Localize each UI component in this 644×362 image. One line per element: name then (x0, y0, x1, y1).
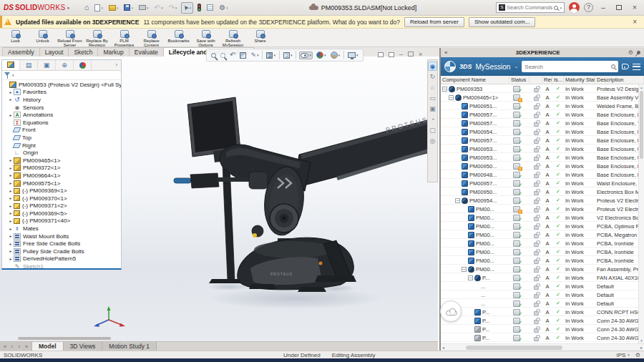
column-component-name[interactable]: Component Name (441, 76, 509, 84)
zoom-fit-button[interactable] (210, 52, 217, 59)
tree-item-pm009369-1[interactable]: ▸(-) PM009369<1> (4, 187, 121, 195)
expand-arrow-icon[interactable]: ▸ (8, 97, 14, 102)
component-row-pm00950[interactable]: PM00950...A✓In WorkElectronics Box M (441, 187, 638, 196)
component-row-pm009465-1[interactable]: −PM009465<1>A✓In WorkBase Assembly V (441, 93, 638, 102)
command-search-input[interactable] (507, 4, 552, 11)
tab-propertymanager[interactable]: ▤ (20, 60, 38, 70)
3dexperience-cloud-fab[interactable] (440, 300, 462, 322)
taskpane-search-icon[interactable]: ◎ (428, 137, 437, 146)
tree-item-pm009465-1[interactable]: ▸PM009465<1> (4, 157, 121, 165)
component-row-pm00948[interactable]: PM00948...A✓In WorkBase Enclosure, F (441, 170, 638, 179)
tab-dimxpertmanager[interactable]: ⊕ (56, 60, 74, 70)
component-row-pm00[interactable]: PM00...A✓In WorkProteus V2 Electr (441, 205, 638, 213)
tree-root-item[interactable]: PM009353 (Proteus V2 Design) <Full Syste… (4, 81, 121, 89)
doc-close-button[interactable]: × (419, 51, 422, 58)
menu-icon[interactable] (633, 64, 640, 70)
tree-item-waist-mount-bolts[interactable]: ▸Waist Mount Bolts (4, 233, 121, 240)
tree-horizontal-scrollbar[interactable] (18, 337, 111, 340)
expand-arrow-icon[interactable]: ▸ (8, 211, 14, 215)
tab-configurationmanager[interactable]: ▣ (38, 60, 56, 70)
expand-arrow-icon[interactable]: ▸ (8, 166, 14, 170)
dismiss-notification-button[interactable]: × (630, 18, 640, 26)
column-maturity-state[interactable]: Maturity State (564, 76, 595, 84)
column-rev[interactable]: Rev (542, 76, 552, 84)
tree-item-history[interactable]: ▸↺History (4, 96, 121, 104)
tree-tabs-more-button[interactable]: › (112, 60, 121, 70)
reload-from-server-button[interactable]: Reload from server (404, 17, 464, 27)
column-lock[interactable] (530, 76, 542, 84)
row-expander-icon[interactable]: − (455, 198, 460, 203)
options-button[interactable]: ⚙▾ (218, 2, 229, 14)
row-expander-icon[interactable]: − (462, 267, 467, 272)
cmd-replace-content-button[interactable]: Replace Content (138, 29, 165, 47)
tree-item-favorites[interactable]: ▸★Favorites (4, 89, 121, 97)
minimize-button[interactable]: – (597, 3, 609, 13)
tree-item-pm009371-2[interactable]: ▸(-) PM009371<2> (4, 202, 121, 210)
tree-item-top[interactable]: Top (4, 134, 121, 142)
component-row-pm009353[interactable]: −PM009353A✓In WorkProteus V2 Desig (441, 84, 638, 93)
cmd-reload-from-server-button[interactable]: Reload From Server (57, 29, 83, 47)
tree-item-right[interactable]: Right (4, 142, 121, 150)
expand-arrow-icon[interactable]: ▸ (8, 189, 14, 193)
ribbon-tab-evaluate[interactable]: Evaluate (129, 47, 164, 57)
tree-item-pm009664-1[interactable]: ▸PM009664<1> (4, 172, 121, 180)
component-row-pm00[interactable]: PM00...A✓In WorkV2 Electronics Bo (441, 213, 638, 222)
component-row-pm00957[interactable]: PM00957...A✓In WorkBase Enclosure, E (441, 136, 638, 145)
filter-funnel-icon[interactable] (4, 72, 11, 79)
expand-arrow-icon[interactable]: ▸ (8, 204, 14, 208)
print-button[interactable]: ▾ (137, 2, 150, 14)
row-expander-icon[interactable]: − (442, 87, 447, 92)
cmd-replace-by-revision-button[interactable]: Replace By Revision (84, 29, 110, 47)
doc-restore-button[interactable] (408, 51, 414, 58)
tab-featuremanager[interactable] (2, 60, 20, 70)
row-expander-icon[interactable]: − (468, 275, 473, 280)
taskpane-solidworks-resources-icon[interactable]: ⌂ (428, 83, 437, 92)
component-row-p[interactable]: −P...A✓In WorkFAN AXIAL 40X10 (441, 273, 638, 282)
cmd-share-button[interactable]: Share (247, 29, 273, 43)
tab-nav-button[interactable]: » (24, 344, 29, 349)
tree-item-annotations[interactable]: ▸AAnnotations (4, 111, 121, 119)
tree-item-front[interactable]: Front (4, 127, 121, 134)
tab-nav-button[interactable]: ‹ (9, 344, 15, 349)
file-properties-button[interactable] (205, 2, 215, 14)
view-orientation-button[interactable]: ▾ (265, 52, 276, 59)
help-button[interactable]: ? (584, 3, 593, 12)
component-row-pm00951[interactable]: PM00951...A✓In WorkWelded Frame, B (441, 102, 638, 110)
tree-item-sketch1[interactable]: ✎Sketch1 (4, 263, 121, 268)
display-style-button[interactable]: ▾ (283, 52, 293, 59)
command-search[interactable]: S ▾ (496, 2, 565, 13)
cmd-lock-button[interactable]: Lock (2, 29, 29, 43)
panel-horizontal-scrollbar[interactable]: ◂ ▸ (441, 343, 644, 351)
taskpane-custom-properties-icon[interactable]: ▢ (428, 126, 437, 135)
component-row-pm00954[interactable]: −PM00954...A✓In WorkProteus V2 Electr (441, 196, 638, 205)
column-is[interactable]: Is... (552, 76, 564, 84)
select-tool-button[interactable]: ➤▾ (181, 2, 193, 14)
tree-item-pm009372-1[interactable]: ▸PM009372<1> (4, 165, 121, 172)
taskpane-appearances-icon[interactable]: ◔ (428, 115, 437, 124)
component-row-pm00[interactable]: PM00...A✓In WorkPCBA, Megatron (441, 230, 638, 239)
component-row-pm00[interactable]: PM00...A✓In WorkPCBA, Ironhide (441, 256, 638, 265)
doc-minimize-button[interactable]: – (399, 51, 403, 58)
column-description[interactable]: Description (595, 76, 644, 84)
taskpane-file-explorer-icon[interactable]: ▭ (428, 94, 437, 103)
hide-show-items-button[interactable]: ▾ (299, 52, 313, 59)
rebuild-button[interactable] (196, 2, 203, 14)
expand-arrow-icon[interactable]: ▸ (8, 257, 14, 261)
save-button[interactable]: ▾ (122, 2, 135, 14)
component-row-config[interactable]: ...A✓In WorkDefault (441, 282, 638, 290)
tree-item-derivedholepattern5[interactable]: ▸DerivedHolePattern5 (4, 255, 121, 263)
component-row-pm00953[interactable]: PM00953...A✓In WorkBase Enclosure, U (441, 153, 638, 162)
component-row-pm00954[interactable]: PM00954...A✓In WorkBase Enclosure, F (441, 127, 638, 136)
tab-nav-button[interactable]: › (16, 344, 22, 349)
column-status[interactable]: Status (509, 76, 530, 84)
logo-expand-icon[interactable]: ▸ (67, 5, 70, 11)
tree-item-equations[interactable]: ΣEquations (4, 119, 121, 127)
tree-item-free-side-cradle-bolts[interactable]: ▸Free Side Cradle Bolts (4, 240, 121, 248)
redo-button[interactable]: ↷▾ (167, 2, 178, 14)
doc-tab-3d-views[interactable]: 3D Views (64, 342, 103, 351)
open-button[interactable]: ▾ (107, 2, 120, 14)
component-row-config[interactable]: ...A✓In WorkDefault (441, 290, 638, 299)
expand-arrow-icon[interactable]: ▸ (8, 219, 14, 223)
scrollbar-thumb[interactable] (640, 91, 643, 159)
expand-arrow-icon[interactable]: ▸ (8, 227, 14, 231)
